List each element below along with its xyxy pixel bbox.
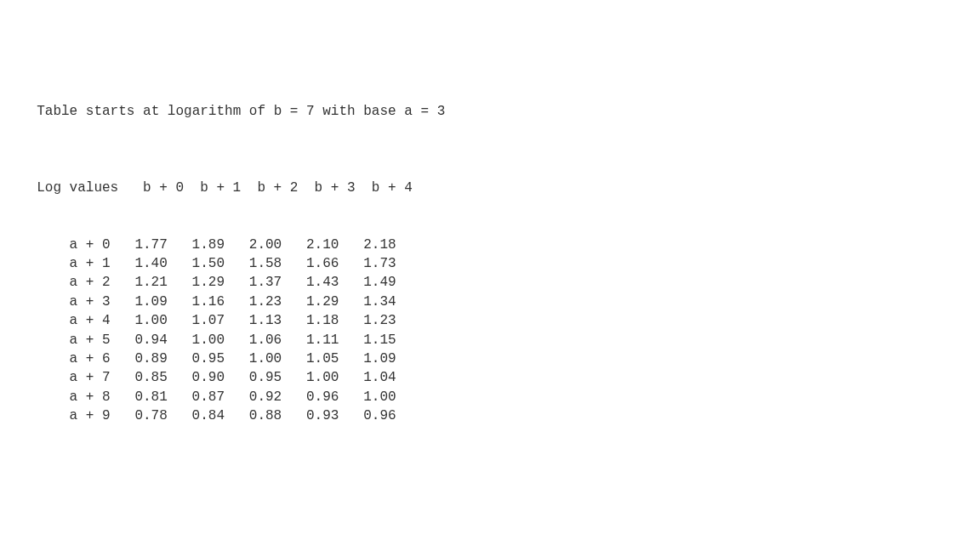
table-cell: 0.93 — [282, 406, 339, 425]
table-row: a + 60.890.951.001.051.09 — [20, 349, 980, 368]
table-cell: 0.78 — [111, 406, 168, 425]
row-label: a + 0 — [20, 236, 111, 254]
table-cell: 0.90 — [168, 368, 225, 387]
table-row: a + 01.771.892.002.102.18 — [20, 236, 980, 254]
header-row: Log valuesb + 0b + 1b + 2b + 3b + 4 — [20, 159, 980, 197]
table-body: a + 01.771.892.002.102.18a + 11.401.501.… — [20, 236, 980, 426]
table-cell: 1.07 — [168, 311, 225, 330]
table-cell: 1.29 — [282, 293, 339, 311]
table-cell: 1.09 — [339, 349, 396, 368]
table-cell: 1.34 — [339, 293, 396, 311]
table-cell: 1.00 — [111, 311, 168, 330]
col-header: b + 2 — [241, 179, 298, 197]
table-cell: 1.23 — [225, 293, 282, 311]
table-cell: 1.40 — [111, 254, 168, 273]
table-cell: 1.00 — [168, 331, 225, 349]
table-cell: 0.88 — [225, 406, 282, 425]
col-header: b + 4 — [356, 179, 413, 197]
table-cell: 0.89 — [111, 349, 168, 368]
table-cell: 1.43 — [282, 273, 339, 292]
row-label: a + 4 — [20, 311, 111, 330]
col-header: b + 3 — [298, 179, 355, 197]
table-cell: 1.49 — [339, 273, 396, 292]
row-label: a + 1 — [20, 254, 111, 273]
table-cell: 1.23 — [339, 311, 396, 330]
title-row: Table starts at logarithm of b = 7 with … — [20, 83, 980, 122]
row-label: a + 9 — [20, 406, 111, 425]
table-cell: 0.87 — [168, 388, 225, 406]
table-cell: 1.18 — [282, 311, 339, 330]
table-cell: 0.84 — [168, 406, 225, 425]
table-cell: 2.18 — [339, 236, 396, 254]
table-cell: 1.89 — [168, 236, 225, 254]
row-label: a + 6 — [20, 349, 111, 368]
col-header: b + 0 — [127, 179, 184, 197]
table-cell: 1.73 — [339, 254, 396, 273]
table-cell: 1.09 — [111, 293, 168, 311]
table-cell: 1.66 — [282, 254, 339, 273]
table-cell: 1.16 — [168, 293, 225, 311]
col-header: b + 1 — [184, 179, 241, 197]
table-cell: 0.85 — [111, 368, 168, 387]
table-cell: 1.29 — [168, 273, 225, 292]
table-cell: 1.37 — [225, 273, 282, 292]
row-label: a + 2 — [20, 273, 111, 292]
table-cell: 2.00 — [225, 236, 282, 254]
table-cell: 1.50 — [168, 254, 225, 273]
table-row: a + 50.941.001.061.111.15 — [20, 331, 980, 349]
table-cell: 1.00 — [282, 368, 339, 387]
table-cell: 1.04 — [339, 368, 396, 387]
table-row: a + 31.091.161.231.291.34 — [20, 293, 980, 311]
table-row: a + 41.001.071.131.181.23 — [20, 311, 980, 330]
table-cell: 0.94 — [111, 331, 168, 349]
table-cell: 1.21 — [111, 273, 168, 292]
table-row: a + 90.780.840.880.930.96 — [20, 406, 980, 425]
table-cell: 1.11 — [282, 331, 339, 349]
table-row: a + 80.810.870.920.961.00 — [20, 388, 980, 406]
table-cell: 1.77 — [111, 236, 168, 254]
table-cell: 0.95 — [168, 349, 225, 368]
row-label: a + 7 — [20, 368, 111, 387]
table-cell: 0.81 — [111, 388, 168, 406]
table-cell: 1.13 — [225, 311, 282, 330]
table-row: a + 11.401.501.581.661.73 — [20, 254, 980, 273]
table-cell: 1.15 — [339, 331, 396, 349]
table-cell: 0.96 — [339, 406, 396, 425]
row-label: a + 3 — [20, 293, 111, 311]
table-row: a + 70.850.900.951.001.04 — [20, 368, 980, 387]
table-cell: 1.05 — [282, 349, 339, 368]
header-label: Log values — [37, 179, 127, 197]
table-cell: 0.96 — [282, 388, 339, 406]
table-cell: 0.95 — [225, 368, 282, 387]
table-row: a + 21.211.291.371.431.49 — [20, 273, 980, 292]
table-cell: 1.06 — [225, 331, 282, 349]
row-label: a + 5 — [20, 331, 111, 349]
table-cell: 1.58 — [225, 254, 282, 273]
row-label: a + 8 — [20, 388, 111, 406]
table-title: Table starts at logarithm of b = 7 with … — [37, 102, 445, 121]
table-cell: 1.00 — [225, 349, 282, 368]
table-cell: 0.92 — [225, 388, 282, 406]
table-cell: 1.00 — [339, 388, 396, 406]
table-cell: 2.10 — [282, 236, 339, 254]
